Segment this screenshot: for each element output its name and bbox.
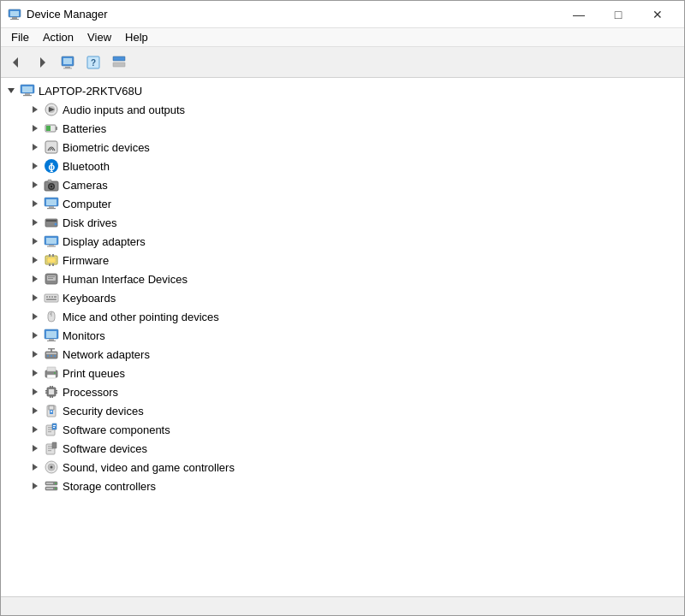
hid-expand-icon[interactable] [28,272,42,286]
svg-rect-13 [113,62,125,67]
menu-bar: File Action View Help [1,28,684,47]
svg-rect-50 [49,245,54,246]
svg-rect-51 [47,246,56,247]
display-label: Display adapters [63,235,146,248]
processors-expand-icon[interactable] [28,385,42,399]
svg-rect-42 [47,208,56,209]
storage-expand-icon[interactable] [28,479,42,493]
menu-help[interactable]: Help [118,29,155,45]
computer-device-icon [44,196,59,211]
svg-rect-77 [46,331,57,338]
back-button[interactable] [4,50,28,74]
tree-root[interactable]: LAPTOP-2RKTV68U [1,81,684,100]
svg-marker-93 [33,388,38,395]
softwaredev-icon [44,441,59,456]
svg-rect-115 [53,425,56,426]
minimize-button[interactable]: — [559,1,599,28]
tree-item-storage[interactable]: Storage controllers [1,477,684,495]
biometric-expand-icon[interactable] [28,140,42,154]
tree-item-sound[interactable]: Sound, video and game controllers [1,458,684,477]
tree-item-softwarecomp[interactable]: Software components [1,420,684,439]
menu-view[interactable]: View [80,29,118,45]
svg-marker-88 [33,370,38,376]
svg-rect-7 [63,58,72,64]
svg-rect-65 [45,294,58,302]
svg-marker-19 [33,106,38,113]
chevron-right-icon [30,349,40,359]
svg-marker-80 [33,351,38,358]
print-expand-icon[interactable] [28,366,42,380]
view-button[interactable] [107,50,131,74]
device-tree[interactable]: LAPTOP-2RKTV68U Audio inputs an [1,78,684,596]
root-expand-icon[interactable] [4,84,18,98]
display-icon [44,234,59,249]
help-button[interactable]: ? [81,50,105,74]
chevron-right-icon [30,406,40,416]
softwarecomp-icon [44,422,59,437]
chevron-right-icon [30,462,40,472]
processor-icon [44,384,59,400]
keyboards-expand-icon[interactable] [28,291,42,305]
svg-rect-85 [54,355,56,357]
tree-item-processors[interactable]: Processors [1,382,684,401]
tree-item-firmware[interactable]: Firmware [1,251,684,270]
bluetooth-expand-icon[interactable] [28,159,42,173]
svg-marker-71 [33,313,38,320]
tree-item-monitors[interactable]: Monitors [1,326,684,345]
svg-rect-102 [56,390,57,392]
tree-item-batteries[interactable]: Batteries [1,119,684,138]
title-bar-left: Device Manager [8,8,108,21]
tree-item-network[interactable]: Network adapters [1,345,684,364]
monitors-expand-icon[interactable] [28,329,42,342]
print-label: Print queues [63,367,125,380]
biometric-icon [44,139,59,155]
softwarecomp-label: Software components [63,424,170,436]
tree-item-audio[interactable]: Audio inputs and outputs [1,100,684,119]
svg-rect-16 [22,86,33,92]
menu-action[interactable]: Action [36,29,80,45]
disk-expand-icon[interactable] [28,216,42,229]
display-expand-icon[interactable] [28,234,42,248]
forward-button[interactable] [30,50,54,74]
tree-item-hid[interactable]: Human Interface Devices [1,270,684,288]
tree-item-bluetooth[interactable]: ɸ Bluetooth [1,157,684,175]
network-label: Network adapters [63,348,150,361]
svg-rect-83 [47,355,49,357]
softwarecomp-expand-icon[interactable] [28,423,42,436]
security-expand-icon[interactable] [28,404,42,418]
computer-expand-icon[interactable] [28,197,42,210]
tree-item-cameras[interactable]: Cameras [1,175,684,194]
svg-point-133 [55,488,57,489]
tree-item-disk[interactable]: Disk drives [1,213,684,232]
svg-marker-52 [33,257,38,264]
svg-marker-59 [33,275,38,282]
svg-rect-67 [49,296,51,298]
properties-button[interactable] [56,50,80,74]
tree-item-display[interactable]: Display adapters [1,232,684,251]
chevron-right-icon [30,274,40,284]
tree-item-computer[interactable]: Computer [1,194,684,213]
bluetooth-label: Bluetooth [63,160,110,173]
close-button[interactable]: ✕ [638,1,677,28]
firmware-expand-icon[interactable] [28,253,42,267]
network-expand-icon[interactable] [28,347,42,361]
mice-expand-icon[interactable] [28,310,42,323]
tree-item-print[interactable]: Print queues [1,364,684,382]
mouse-icon [44,309,59,324]
root-label: LAPTOP-2RKTV68U [39,85,142,98]
tree-item-softwaredev[interactable]: Software devices [1,439,684,458]
batteries-expand-icon[interactable] [28,121,42,135]
svg-marker-23 [33,125,38,132]
svg-rect-40 [46,199,57,205]
menu-file[interactable]: File [4,29,36,45]
audio-expand-icon[interactable] [28,103,42,116]
tree-item-biometric[interactable]: Biometric devices [1,138,684,157]
cameras-expand-icon[interactable] [28,178,42,192]
tree-item-mice[interactable]: Mice and other pointing devices [1,307,684,326]
sound-expand-icon[interactable] [28,460,42,474]
softwaredev-expand-icon[interactable] [28,441,42,455]
tree-item-keyboards[interactable]: Keyboards [1,288,684,307]
maximize-button[interactable]: □ [599,1,638,28]
svg-rect-130 [46,483,53,484]
tree-item-security[interactable]: Security devices [1,401,684,420]
